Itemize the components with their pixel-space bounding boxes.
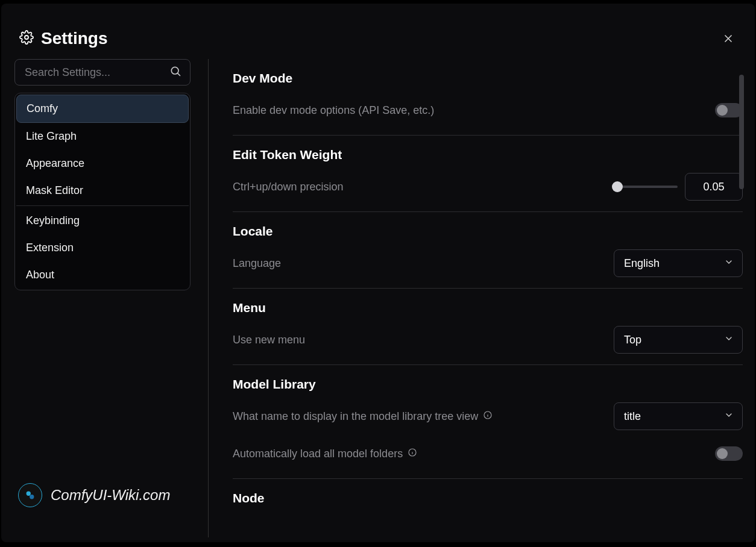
sidebar-item-comfy[interactable]: Comfy [16, 95, 189, 123]
comfyui-logo-icon [18, 483, 42, 507]
sidebar-item-keybinding[interactable]: Keybinding [16, 207, 189, 234]
nav-list: Comfy Lite Graph Appearance Mask Editor … [16, 95, 189, 289]
settings-modal: Settings Comfy Lite Graph A [1, 4, 755, 542]
info-icon[interactable] [483, 410, 493, 423]
precision-value[interactable]: 0.05 [685, 173, 743, 201]
row-display-name: What name to display in the model librar… [233, 402, 743, 430]
svg-point-1 [171, 67, 178, 74]
precision-slider[interactable] [615, 186, 678, 188]
section-locale: Locale Language English [233, 224, 743, 289]
watermark-text: ComfyUI-Wiki.com [51, 487, 170, 504]
sidebar-nav: Comfy Lite Graph Appearance Mask Editor … [14, 93, 191, 290]
divider [233, 478, 743, 479]
sidebar-item-appearance[interactable]: Appearance [16, 150, 189, 177]
select-display-name-value: title [624, 410, 641, 423]
sidebar-item-about[interactable]: About [16, 261, 189, 289]
gear-icon [19, 30, 34, 47]
section-title-model-library: Model Library [233, 377, 743, 392]
chevron-down-icon [724, 410, 734, 423]
info-icon[interactable] [408, 448, 417, 460]
label-display-name-text: What name to display in the model librar… [233, 410, 478, 423]
section-node: Node [233, 491, 743, 505]
divider [233, 288, 743, 289]
divider [233, 211, 743, 212]
row-precision: Ctrl+up/down precision 0.05 [233, 173, 743, 201]
label-language: Language [233, 257, 281, 270]
row-dev-mode-enable: Enable dev mode options (API Save, etc.) [233, 96, 743, 124]
section-title-dev-mode: Dev Mode [233, 71, 743, 86]
row-use-new-menu: Use new menu Top [233, 326, 743, 354]
sidebar-item-lite-graph[interactable]: Lite Graph [16, 123, 189, 150]
label-dev-mode-enable: Enable dev mode options (API Save, etc.) [233, 104, 434, 117]
label-use-new-menu: Use new menu [233, 334, 305, 346]
label-display-name: What name to display in the model librar… [233, 410, 493, 423]
section-model-library: Model Library What name to display in th… [233, 377, 743, 479]
divider [233, 135, 743, 136]
svg-point-5 [30, 495, 34, 499]
content-pane[interactable]: Dev Mode Enable dev mode options (API Sa… [209, 59, 755, 537]
row-auto-load: Automatically load all model folders [233, 440, 743, 467]
sidebar: Comfy Lite Graph Appearance Mask Editor … [14, 59, 209, 537]
select-language-value: English [624, 257, 660, 270]
select-use-new-menu-value: Top [624, 334, 641, 346]
watermark: ComfyUI-Wiki.com [18, 483, 170, 507]
search-input[interactable] [25, 66, 169, 79]
search-box[interactable] [14, 59, 191, 86]
modal-body: Comfy Lite Graph Appearance Mask Editor … [1, 59, 755, 537]
search-icon [169, 65, 181, 80]
sidebar-item-mask-editor[interactable]: Mask Editor [16, 177, 189, 204]
label-precision: Ctrl+up/down precision [233, 181, 344, 193]
svg-point-0 [25, 36, 28, 39]
label-auto-load-text: Automatically load all model folders [233, 448, 403, 460]
scrollbar-thumb[interactable] [739, 75, 744, 189]
section-dev-mode: Dev Mode Enable dev mode options (API Sa… [233, 71, 743, 136]
chevron-down-icon [724, 257, 734, 270]
section-title-menu: Menu [233, 301, 743, 315]
svg-point-4 [27, 492, 31, 496]
title-wrap: Settings [19, 29, 107, 48]
row-language: Language English [233, 249, 743, 277]
chevron-down-icon [724, 334, 734, 346]
toggle-auto-load[interactable] [715, 446, 743, 461]
select-language[interactable]: English [614, 249, 743, 277]
nav-divider [16, 205, 189, 206]
label-auto-load: Automatically load all model folders [233, 448, 417, 460]
divider [233, 364, 743, 365]
page-title: Settings [41, 29, 107, 48]
close-button[interactable] [720, 30, 737, 47]
select-use-new-menu[interactable]: Top [614, 326, 743, 354]
select-display-name[interactable]: title [614, 402, 743, 430]
section-menu: Menu Use new menu Top [233, 301, 743, 365]
section-title-node: Node [233, 491, 743, 505]
modal-header: Settings [1, 4, 755, 59]
precision-control: 0.05 [615, 173, 743, 201]
sidebar-item-extension[interactable]: Extension [16, 234, 189, 261]
section-title-edit-token-weight: Edit Token Weight [233, 148, 743, 162]
section-title-locale: Locale [233, 224, 743, 239]
section-edit-token-weight: Edit Token Weight Ctrl+up/down precision… [233, 148, 743, 212]
